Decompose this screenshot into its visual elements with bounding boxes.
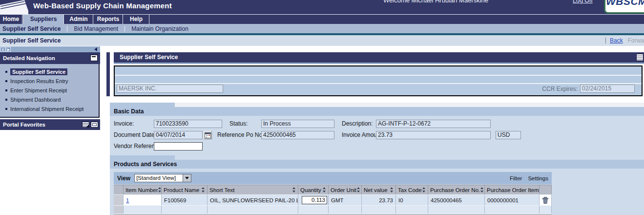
sidebar-item-enter-shipment-receipt[interactable]: Enter Shipment Receipt xyxy=(0,86,99,95)
item-number-cell: 1 xyxy=(124,195,162,205)
header-short-text[interactable]: Short Text xyxy=(208,185,298,194)
tab-admin[interactable]: Admin xyxy=(64,15,93,24)
products-services-header: Products and Services xyxy=(110,160,644,169)
portal-favorites-header: Portal Favorites xyxy=(0,119,100,130)
header-product-name[interactable]: Product Name xyxy=(162,185,208,194)
section-tab-strip xyxy=(175,103,644,107)
sidebar-item-international-shipment-receipt[interactable]: International Shipment Receipt xyxy=(0,104,99,113)
app-window: Web-Based Supply Chain Management Welcom… xyxy=(0,0,644,215)
ccr-expires-field: 02/24/2015 xyxy=(580,85,635,93)
header-quantity[interactable]: Quantity xyxy=(298,185,329,194)
organization-panel: MAERSK INC. CCR Expires: 02/24/2015 xyxy=(114,65,643,96)
detailed-navigation-list: Supplier Self Service Inspection Results… xyxy=(0,64,100,118)
reference-po-label: Reference Po No.: xyxy=(217,131,266,139)
sort-icon[interactable] xyxy=(322,187,326,193)
row-selector-cell[interactable] xyxy=(114,206,124,214)
sidebar-item-supplier-self-service[interactable]: Supplier Self Service xyxy=(0,67,99,76)
subnav-bid-management[interactable]: Bid Management xyxy=(74,25,118,32)
content-panel-header: Supplier Self Service xyxy=(114,52,644,64)
forward-link: Forward xyxy=(628,37,644,44)
document-date-field: 04/07/2014 xyxy=(154,131,203,139)
net-value-cell: 23.73 xyxy=(362,195,396,205)
scroll-right-icon[interactable] xyxy=(6,47,11,52)
header-purchase-order-item[interactable]: Purchase Order Item xyxy=(485,185,540,194)
subnav-supplier-self-service[interactable]: Supplier Self Service xyxy=(2,25,61,32)
portal-favorites-title: Portal Favorites xyxy=(3,122,45,128)
organization-field: MAERSK INC. xyxy=(117,85,223,93)
item-number-link[interactable]: 1 xyxy=(126,197,129,203)
collapse-left-icon[interactable] xyxy=(94,47,97,51)
delete-row-icon[interactable] xyxy=(542,197,549,204)
quantity-input[interactable]: 0.113 xyxy=(302,196,327,204)
vendor-reference-input[interactable] xyxy=(154,142,203,150)
tab-home[interactable]: Home xyxy=(0,15,22,24)
table-row: 1 F100569 OIL, SUNFLOWERSEED PAIL-20 L-F… xyxy=(114,194,552,205)
filter-link[interactable]: Filter xyxy=(510,175,522,181)
status-label: Status: xyxy=(229,120,248,128)
bullet-icon xyxy=(5,89,7,91)
header-purchase-order-no[interactable]: Purchase Order No. xyxy=(428,185,485,194)
log-off-link[interactable]: Log Off xyxy=(573,0,593,4)
detailed-navigation-header: Detailed Navigation xyxy=(0,52,100,64)
view-label: View xyxy=(117,175,130,182)
tab-help[interactable]: Help xyxy=(124,15,149,24)
description-label: Description: xyxy=(342,120,373,128)
back-link[interactable]: Back xyxy=(610,37,623,44)
sort-icon[interactable] xyxy=(480,187,484,193)
top-banner: Web-Based Supply Chain Management Welcom… xyxy=(0,0,644,14)
sidebar-item-shipment-dashboard[interactable]: Shipment Dashboard xyxy=(0,95,99,104)
agency-logo-icon xyxy=(0,0,28,14)
panel-row xyxy=(115,66,642,75)
reference-po-field: 4250000465 xyxy=(261,131,334,139)
row-selector-cell[interactable] xyxy=(114,195,124,205)
minimize-icon[interactable] xyxy=(90,55,98,61)
calendar-icon[interactable] xyxy=(204,131,212,139)
detailed-navigation-title: Detailed Navigation xyxy=(3,55,55,61)
sort-icon[interactable] xyxy=(422,187,426,193)
tab-suppliers[interactable]: Suppliers xyxy=(23,15,64,24)
sort-icon[interactable] xyxy=(292,187,296,193)
form-section: Basic Data Invoice: 7100233590 Status: I… xyxy=(110,103,644,215)
purchase-order-no-cell: 4250000465 xyxy=(428,195,485,205)
description-field: AG-INTF-P-12-0672 xyxy=(376,120,491,128)
welcome-text: Welcome Michael Hrudlan Maerskine xyxy=(383,0,488,4)
tray-box-icon[interactable] xyxy=(91,122,98,128)
quantity-cell: 0.113 xyxy=(298,195,329,205)
scroll-bar-icon[interactable] xyxy=(0,47,5,52)
product-name-cell: F100569 xyxy=(162,195,208,205)
bullet-icon xyxy=(5,71,7,73)
header-item-number[interactable]: Item Number xyxy=(124,185,162,194)
invoice-field: 7100233590 xyxy=(154,120,222,128)
panel-row: MAERSK INC. CCR Expires: 02/24/2015 xyxy=(115,83,642,93)
panel-scroll-strip xyxy=(0,46,100,52)
wbscm-logo: WBSCM xyxy=(604,0,644,14)
tray-menu-icon[interactable] xyxy=(82,122,89,128)
sort-icon[interactable] xyxy=(356,187,360,193)
sort-icon[interactable] xyxy=(201,187,205,193)
ccr-expires-label: CCR Expires: xyxy=(542,86,578,92)
table-header-row: Item Number Product Name Short Text Quan… xyxy=(114,185,552,194)
view-select-value[interactable]: [Standard View] xyxy=(134,174,183,182)
sidebar-item-inspection-results-entry[interactable]: Inspection Results Entry xyxy=(0,76,99,86)
table-toolbar: View [Standard View] Filter Settings xyxy=(114,172,552,184)
tab-reports[interactable]: Reports xyxy=(94,15,123,24)
sort-icon[interactable] xyxy=(158,187,162,193)
dropdown-arrow-icon[interactable] xyxy=(183,174,191,182)
tax-code-cell: I0 xyxy=(396,195,428,205)
panel-options-icon[interactable] xyxy=(636,54,644,61)
invoice-amount-field: 23.73 xyxy=(376,131,491,139)
header-order-unit[interactable]: Order Unit xyxy=(329,185,362,194)
history-nav: Back Forward xyxy=(605,35,644,46)
subnav-maintain-organization[interactable]: Maintain Organization xyxy=(131,25,188,32)
header-net-value[interactable]: Net value xyxy=(362,185,396,194)
view-select[interactable]: [Standard View] xyxy=(134,174,191,182)
breadcrumb: Supplier Self Service xyxy=(2,35,61,46)
header-tax-code[interactable]: Tax Code xyxy=(396,185,428,194)
sub-nav-bar: Supplier Self Service Bid Management Mai… xyxy=(0,24,644,33)
short-text-cell: OIL, SUNFLOWERSEED PAIL-20 L-F xyxy=(208,195,298,205)
basic-data-header: Basic Data xyxy=(110,107,644,116)
settings-link[interactable]: Settings xyxy=(528,175,548,181)
sort-icon[interactable] xyxy=(390,187,394,193)
app-title: Web-Based Supply Chain Management xyxy=(33,1,172,10)
basic-data-tab xyxy=(110,103,175,107)
